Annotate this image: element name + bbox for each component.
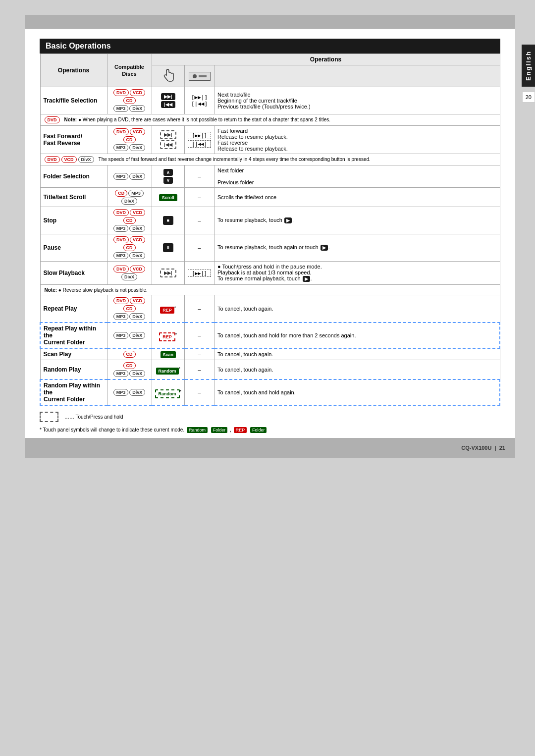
table-row: Repeat Play DVD VCD CD MP3 DivX	[40, 295, 500, 323]
operations-table: Operations Compatible Discs Operations	[40, 54, 500, 406]
row-touch-random: Random*	[152, 360, 185, 380]
row-disc-folder: MP3 DivX	[107, 165, 152, 188]
table-row-ff-note: DVD VCD DivX The speeds of fast forward …	[40, 154, 500, 165]
row-desc-folder: Next folder Previous folder	[214, 165, 500, 188]
row-label-stop: Stop	[40, 207, 107, 234]
row-remote-repeat: –	[185, 295, 214, 323]
row-disc-repeat: DVD VCD CD MP3 DivX	[107, 295, 152, 323]
row-remote-track: [▶▶|] [|◀◀]	[185, 87, 214, 114]
model-name: CQ-VX100U	[461, 445, 491, 451]
footnote-btn-random: Random	[187, 427, 208, 433]
footnote: * Touch panel symbols will change to ind…	[40, 427, 500, 433]
row-disc-random: CD MP3 DivX	[107, 360, 152, 380]
col-header-ops-span: Operations	[152, 54, 500, 65]
row-label-scroll: Title/text Scroll	[40, 188, 107, 207]
row-remote-stop: –	[185, 207, 214, 234]
table-row: Pause DVD VCD CD MP3 DivX	[40, 234, 500, 262]
row-label-slow: Slow Playback	[40, 262, 107, 285]
table-row-slow-note: Note: ● Reverse slow playback is not pos…	[40, 285, 500, 295]
row-desc-scan: To cancel, touch again.	[214, 348, 500, 360]
row-note-slow: Note: ● Reverse slow playback is not pos…	[40, 285, 500, 295]
row-touch-pause: II	[152, 234, 185, 262]
row-desc-repeat: To cancel, touch again.	[214, 295, 500, 323]
row-label-scan: Scan Play	[40, 348, 107, 360]
col-header-remote	[185, 65, 214, 87]
english-tab: English	[522, 45, 535, 87]
row-disc-random-folder: MP3 DivX	[107, 379, 152, 405]
row-desc-track: Next track/file Beginning of the current…	[214, 87, 500, 114]
footnote-btn-rep: REP	[234, 427, 247, 433]
row-remote-pause: –	[185, 234, 214, 262]
section-label: English	[525, 51, 532, 81]
row-desc-scroll: Scrolls the title/text once	[214, 188, 500, 207]
table-row: Repeat Play within theCurrent Folder MP3…	[40, 323, 500, 348]
row-label-ff: Fast Forward/Fast Reverse	[40, 126, 107, 154]
row-touch-slow: ▶▶|	[152, 262, 185, 285]
row-desc-random-folder: To cancel, touch and hold again.	[214, 379, 500, 405]
row-desc-slow: ● Touch/press and hold in the pause mode…	[214, 262, 500, 285]
table-row: Scan Play CD Scan – To cancel, touch aga…	[40, 348, 500, 360]
page-number-bottom: 21	[499, 445, 505, 451]
table-row: Random Play within theCurrent Folder MP3…	[40, 379, 500, 405]
row-label-random-folder: Random Play within theCurrent Folder	[40, 379, 107, 405]
top-bar	[25, 15, 515, 29]
row-disc-slow: DVD VCD DivX	[107, 262, 152, 285]
row-label-repeat: Repeat Play	[40, 295, 107, 323]
row-disc-track: DVD VCD CD MP3 DivX	[107, 87, 152, 114]
table-row: Title/text Scroll CD MP3 DivX Scroll – S…	[40, 188, 500, 207]
page-title: Basic Operations	[46, 42, 111, 50]
page-number: 20	[526, 94, 532, 100]
row-touch-ff: ▶▶| |◀◀	[152, 126, 185, 154]
footnote-btn-folder1: Folder	[211, 427, 228, 433]
row-label-folder: Folder Selection	[40, 165, 107, 188]
row-disc-scroll: CD MP3 DivX	[107, 188, 152, 207]
row-touch-scan: Scan	[152, 348, 185, 360]
footnote-btn-folder2: Folder	[250, 427, 267, 433]
row-disc-pause: DVD VCD CD MP3 DivX	[107, 234, 152, 262]
row-remote-scan: –	[185, 348, 214, 360]
table-row: Random Play CD MP3 DivX Random* –	[40, 360, 500, 380]
row-disc-ff: DVD VCD CD MP3 DivX	[107, 126, 152, 154]
row-touch-scroll: Scroll	[152, 188, 185, 207]
row-desc-repeat-folder: To cancel, touch and hold for more than …	[214, 323, 500, 348]
row-label-track: Track/file Selection	[40, 87, 107, 114]
col-header-operations: Operations	[40, 54, 107, 87]
row-desc-ff: Fast forward Release to resume playback.…	[214, 126, 500, 154]
row-touch-track: ▶▶| |◀◀	[152, 87, 185, 114]
legend-box	[40, 412, 58, 422]
row-remote-folder: –	[185, 165, 214, 188]
legend-label: …… Touch/Press and hold	[64, 414, 123, 420]
col-header-touch	[152, 65, 185, 87]
row-remote-slow: [▶▶|]	[185, 262, 214, 285]
row-desc-stop: To resume playback, touch ▶.	[214, 207, 500, 234]
row-disc-repeat-folder: MP3 DivX	[107, 323, 152, 348]
section-title: Basic Operations	[40, 39, 500, 54]
row-label-pause: Pause	[40, 234, 107, 262]
col-header-desc	[214, 65, 500, 87]
row-disc-scan: CD	[107, 348, 152, 360]
table-row: Track/file Selection DVD VCD CD MP3 DivX	[40, 87, 500, 114]
page-number-box: 20	[522, 92, 535, 103]
table-row: Fast Forward/Fast Reverse DVD VCD CD MP3…	[40, 126, 500, 154]
row-remote-random: –	[185, 360, 214, 380]
row-desc-pause: To resume playback, touch again or touch…	[214, 234, 500, 262]
table-row: Folder Selection MP3 DivX ∧ ∨	[40, 165, 500, 188]
row-remote-repeat-folder: –	[185, 323, 214, 348]
row-touch-repeat-folder: REP*	[152, 323, 185, 348]
row-label-repeat-folder: Repeat Play within theCurrent Folder	[40, 323, 107, 348]
row-note-track: DVD Note: ● When playing a DVD, there ar…	[40, 114, 500, 126]
row-remote-random-folder: –	[185, 379, 214, 405]
row-remote-ff: [▶▶|] [|◀◀]	[185, 126, 214, 154]
row-remote-scroll: –	[185, 188, 214, 207]
table-row: Stop DVD VCD CD MP3 DivX	[40, 207, 500, 234]
row-touch-random-folder: Random*	[152, 379, 185, 405]
bottom-bar: CQ-VX100U | 21	[25, 438, 515, 458]
table-row-track-note: DVD Note: ● When playing a DVD, there ar…	[40, 114, 500, 126]
row-label-random: Random Play	[40, 360, 107, 380]
col-header-compatible: Compatible Discs	[107, 54, 152, 87]
table-row: Slow Playback DVD VCD DivX ▶▶|	[40, 262, 500, 285]
row-touch-folder: ∧ ∨	[152, 165, 185, 188]
row-touch-repeat: REP*	[152, 295, 185, 323]
legend-area: …… Touch/Press and hold	[40, 410, 500, 424]
row-desc-random: To cancel, touch again.	[214, 360, 500, 380]
